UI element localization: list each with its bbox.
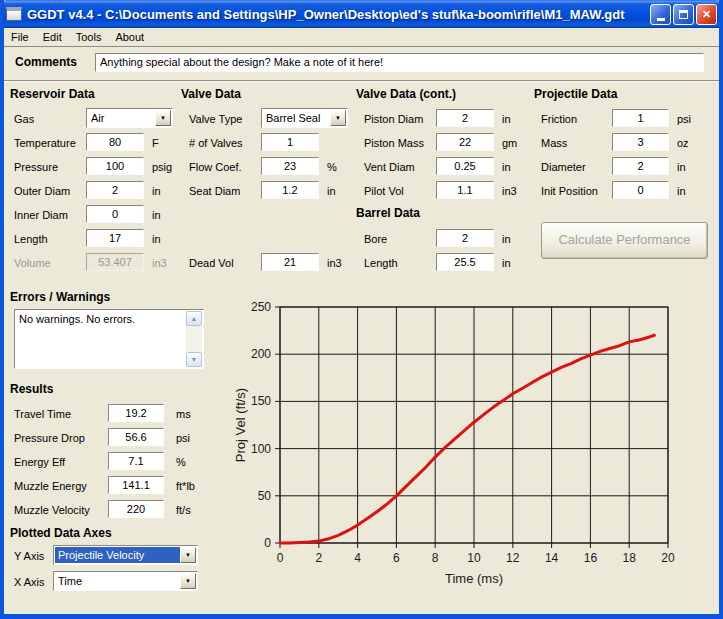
valve-type-combo[interactable]: Barrel Seal▼ xyxy=(261,108,348,128)
muzzle-velocity-input[interactable]: 220 xyxy=(108,500,164,518)
field-row: Vent Diam0.25in xyxy=(364,156,539,180)
scroll-down-icon[interactable]: ▼ xyxy=(186,352,202,367)
gas-label: Gas xyxy=(14,113,34,125)
pressure-input[interactable]: 100 xyxy=(86,157,144,175)
minimize-button[interactable] xyxy=(650,4,671,25)
pressure-unit: psig xyxy=(152,161,172,173)
menu-item-tools[interactable]: Tools xyxy=(69,29,109,45)
svg-text:6: 6 xyxy=(393,551,400,565)
svg-text:200: 200 xyxy=(251,347,271,361)
chevron-down-icon[interactable]: ▼ xyxy=(180,547,196,563)
svg-text:0: 0 xyxy=(277,551,284,565)
field-row: Piston Mass22gm xyxy=(364,132,539,156)
maximize-button[interactable] xyxy=(673,4,694,25)
field-row: Inner Diam0in xyxy=(14,204,189,228)
svg-text:8: 8 xyxy=(432,551,439,565)
comments-label: Comments xyxy=(15,55,77,69)
field-row: Temperature80F xyxy=(14,132,189,156)
travel-time-input[interactable]: 19.2 xyxy=(108,404,164,422)
scroll-up-icon[interactable]: ▲ xyxy=(186,311,202,326)
field-row: Diameter2in xyxy=(541,156,716,180)
menu-item-file[interactable]: File xyxy=(4,29,36,45)
mass-label: Mass xyxy=(541,137,567,149)
valve-type-combo-value: Barrel Seal xyxy=(263,110,330,126)
field-row: Seat Diam1.2in xyxy=(189,180,364,204)
seat-diam-input[interactable]: 1.2 xyxy=(261,181,319,199)
mass-input[interactable]: 3 xyxy=(612,133,669,151)
svg-text:Time (ms): Time (ms) xyxy=(445,571,503,586)
field-row: Outer Diam2in xyxy=(14,180,189,204)
field-row: Init Position0in xyxy=(541,180,716,204)
bore-unit: in xyxy=(502,233,511,245)
gas-combo[interactable]: Air▼ xyxy=(86,108,173,128)
svg-text:2: 2 xyxy=(315,551,322,565)
energy-eff-input[interactable]: 7.1 xyxy=(108,452,164,470)
outer-diam-input[interactable]: 2 xyxy=(86,181,144,199)
chart: 02468101214161820050100150200250Time (ms… xyxy=(229,298,716,610)
chevron-down-icon[interactable]: ▼ xyxy=(155,110,171,126)
plotted-axes-title: Plotted Data Axes xyxy=(10,526,112,540)
minimize-icon xyxy=(657,18,665,21)
app-window: GGDT v4.4 - C:\Documents and Settings\HP… xyxy=(0,0,723,619)
window-title: GGDT v4.4 - C:\Documents and Settings\HP… xyxy=(27,7,646,22)
init-position-input[interactable]: 0 xyxy=(612,181,669,199)
travel-time-unit: ms xyxy=(176,408,191,420)
scrollbar[interactable]: ▲ ▼ xyxy=(186,311,202,367)
pressure-drop-input[interactable]: 56.6 xyxy=(108,428,164,446)
field-row: Valve TypeBarrel Seal▼ xyxy=(189,108,364,132)
inner-diam-input[interactable]: 0 xyxy=(86,205,144,223)
field-row: Muzzle Velocity220ft/s xyxy=(14,499,224,523)
friction-input[interactable]: 1 xyxy=(612,109,669,127)
menu-item-edit[interactable]: Edit xyxy=(36,29,69,45)
title-bar[interactable]: GGDT v4.4 - C:\Documents and Settings\HP… xyxy=(0,0,723,28)
errors-textarea[interactable]: No warnings. No errors. ▲ ▼ xyxy=(14,309,204,369)
svg-text:10: 10 xyxy=(467,551,481,565)
section-title-projectile: Projectile Data xyxy=(534,87,617,101)
svg-text:14: 14 xyxy=(545,551,559,565)
form-body: Comments Anything special about the desi… xyxy=(0,47,723,614)
comments-input[interactable]: Anything special about the design? Make … xyxy=(95,53,704,72)
x-axis-combo[interactable]: Time ▼ xyxy=(53,571,198,591)
chevron-down-icon[interactable]: ▼ xyxy=(330,110,346,126)
section-title-reservoir: Reservoir Data xyxy=(10,87,95,101)
volume-input: 53.407 xyxy=(86,253,144,271)
temperature-input[interactable]: 80 xyxy=(86,133,144,151)
svg-text:12: 12 xyxy=(506,551,520,565)
muzzle-energy-input[interactable]: 141.1 xyxy=(108,476,164,494)
close-button[interactable]: ✕ xyxy=(696,4,717,25)
piston-mass-label: Piston Mass xyxy=(364,137,424,149)
length-unit: in xyxy=(152,233,161,245)
pilot-vol-label: Pilot Vol xyxy=(364,185,404,197)
volume-unit: in3 xyxy=(152,257,167,269)
section-title-valve-cont: Valve Data (cont.) xyxy=(356,87,456,101)
results-title: Results xyxy=(10,382,53,396)
field-row: # of Valves1 xyxy=(189,132,364,156)
piston-diam-input[interactable]: 2 xyxy=(436,109,494,127)
pressure-drop-label: Pressure Drop xyxy=(14,432,85,444)
energy-eff-label: Energy Eff xyxy=(14,456,65,468)
flow-coef-input[interactable]: 23 xyxy=(261,157,319,175)
length-input[interactable]: 25.5 xyxy=(436,253,494,271)
outer-diam-unit: in xyxy=(152,185,161,197)
length-label: Length xyxy=(14,233,48,245)
calculate-performance-button[interactable]: Calculate Performance xyxy=(541,222,708,259)
seat-diam-label: Seat Diam xyxy=(189,185,240,197)
friction-unit: psi xyxy=(677,113,691,125)
dead-vol-input[interactable]: 21 xyxy=(261,253,319,271)
field-row: Flow Coef.23% xyxy=(189,156,364,180)
of-valves-input[interactable]: 1 xyxy=(261,133,319,151)
chevron-down-icon[interactable]: ▼ xyxy=(180,573,196,589)
svg-text:4: 4 xyxy=(354,551,361,565)
svg-text:150: 150 xyxy=(251,394,271,408)
bore-input[interactable]: 2 xyxy=(436,229,494,247)
length-input[interactable]: 17 xyxy=(86,229,144,247)
errors-text: No warnings. No errors. xyxy=(19,313,183,325)
pilot-vol-input[interactable]: 1.1 xyxy=(436,181,494,199)
piston-mass-input[interactable]: 22 xyxy=(436,133,494,151)
mass-unit: oz xyxy=(677,137,689,149)
vent-diam-input[interactable]: 0.25 xyxy=(436,157,494,175)
y-axis-combo[interactable]: Projectile Velocity ▼ xyxy=(53,545,198,565)
menu-item-about[interactable]: About xyxy=(108,29,151,45)
field-row: Travel Time19.2ms xyxy=(14,403,224,427)
diameter-input[interactable]: 2 xyxy=(612,157,669,175)
